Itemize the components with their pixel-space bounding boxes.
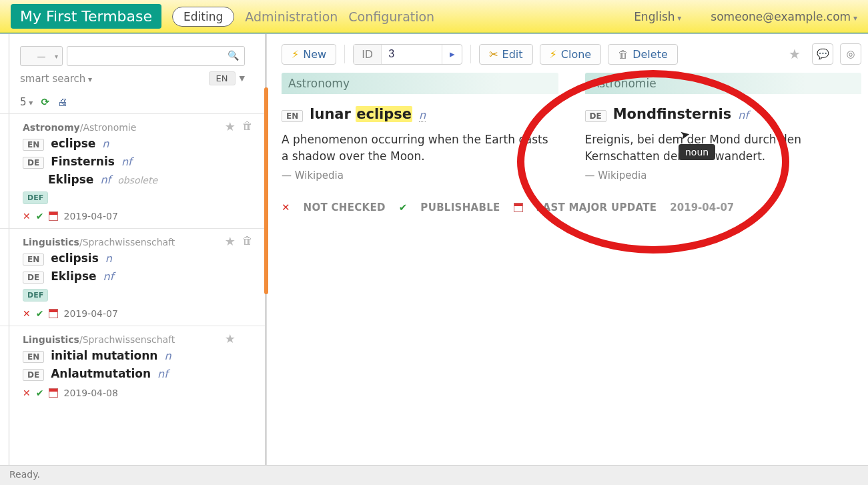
comment-button[interactable]: 💬 bbox=[812, 43, 833, 65]
print-icon[interactable]: 🖨 bbox=[57, 96, 67, 108]
result-count[interactable]: 5 bbox=[20, 96, 33, 108]
search-lang-select[interactable]: — bbox=[20, 46, 63, 66]
top-bar: My First Termbase Editing Administration… bbox=[0, 0, 868, 33]
list-item[interactable]: ★ Linguistics/Sprachwissenschaft ENiniti… bbox=[0, 326, 265, 405]
results-list: ★ 🗑 Astronomy/Astronomie ENeclipsenDEFin… bbox=[0, 113, 265, 465]
entry-date: 2019-04-07 bbox=[63, 211, 117, 221]
star-icon[interactable]: ★ bbox=[225, 234, 236, 248]
lang-badge: EN bbox=[23, 351, 44, 363]
id-field[interactable]: ID ▸ bbox=[353, 44, 462, 65]
trash-icon: 🗑 bbox=[618, 48, 628, 61]
list-item[interactable]: ★ 🗑 Linguistics/Sprachwissenschaft ENecl… bbox=[0, 228, 265, 326]
obsolete-tag: obsolete bbox=[117, 175, 157, 185]
domain-secondary: /Sprachwissenschaft bbox=[79, 237, 175, 248]
status-not-checked: NOT CHECKED bbox=[304, 201, 386, 213]
lightning-icon: ⚡ bbox=[292, 48, 299, 61]
domain-secondary: /Astronomie bbox=[80, 122, 137, 133]
search-icon[interactable]: 🔍 bbox=[228, 50, 239, 61]
definition-left: A phenomenon occurring when the Earth ca… bbox=[282, 131, 558, 164]
trash-icon[interactable]: 🗑 bbox=[242, 119, 253, 132]
entry-date: 2019-04-07 bbox=[63, 308, 117, 319]
list-item[interactable]: ★ 🗑 Astronomy/Astronomie ENeclipsenDEFin… bbox=[0, 113, 265, 228]
check-icon: ✔ bbox=[36, 308, 44, 319]
domain-secondary: /Sprachwissenschaft bbox=[79, 334, 175, 345]
grammar-tag: n bbox=[102, 137, 109, 150]
nav-configuration[interactable]: Configuration bbox=[348, 9, 434, 24]
grammar-tag: n bbox=[164, 350, 171, 362]
lang-badge: EN bbox=[23, 254, 44, 266]
check-icon: ✔ bbox=[36, 388, 44, 398]
term-text: eclipsis bbox=[51, 252, 99, 265]
grammar-tag: nf bbox=[100, 173, 111, 186]
x-icon: ✕ bbox=[23, 308, 31, 319]
calendar-icon bbox=[49, 211, 58, 221]
check-icon: ✔ bbox=[36, 211, 44, 221]
headword-right: Mondfinsternis bbox=[613, 106, 732, 122]
grammar-tag: nf bbox=[157, 368, 168, 380]
lang-badge: DE bbox=[23, 157, 44, 169]
edit-button[interactable]: ✂Edit bbox=[479, 44, 532, 65]
last-update-date: 2019-04-07 bbox=[670, 201, 734, 213]
lang-badge-en: EN bbox=[282, 110, 303, 122]
lang-badge: DE bbox=[23, 369, 44, 381]
target-button[interactable]: ◎ bbox=[840, 43, 861, 65]
grammar-tag: nf bbox=[103, 270, 114, 283]
lang-badge: DE bbox=[23, 272, 44, 284]
lang-badge-de: DE bbox=[585, 110, 606, 122]
last-update-label: LAST MAJOR UPDATE bbox=[536, 201, 657, 213]
mode-pill[interactable]: Editing bbox=[172, 7, 234, 27]
grammar-tag-right: nf bbox=[738, 109, 749, 121]
search-input[interactable]: 🔍 bbox=[67, 46, 245, 66]
lang-badge: EN bbox=[23, 139, 44, 151]
term-text: Eklipse bbox=[48, 173, 93, 186]
lightning-icon: ⚡ bbox=[550, 48, 557, 61]
definition-right: Ereignis, bei dem der Mond durch den Ker… bbox=[585, 131, 862, 164]
star-icon[interactable]: ★ bbox=[225, 119, 236, 133]
new-button[interactable]: ⚡New bbox=[282, 44, 336, 65]
clone-button[interactable]: ⚡Clone bbox=[540, 44, 602, 65]
x-icon: ✕ bbox=[282, 201, 290, 213]
scissors-icon: ✂ bbox=[489, 48, 498, 61]
calendar-icon bbox=[49, 309, 58, 318]
x-icon: ✕ bbox=[23, 211, 31, 221]
term-text: Eklipse bbox=[51, 270, 96, 283]
source-left: — Wikipedia bbox=[282, 169, 558, 181]
refresh-icon[interactable]: ⟳ bbox=[41, 96, 49, 108]
grammar-tag-left[interactable]: n bbox=[419, 109, 426, 122]
star-button[interactable]: ★ bbox=[784, 43, 805, 65]
domain-heading-left: Astronomy bbox=[282, 73, 558, 94]
delete-button[interactable]: 🗑Delete bbox=[608, 44, 678, 65]
status-row: ✕ NOT CHECKED ✔ PUBLISHABLE LAST MAJOR U… bbox=[282, 201, 861, 213]
nav-administration[interactable]: Administration bbox=[245, 9, 338, 24]
id-input[interactable] bbox=[382, 45, 442, 64]
detail-pane: ⚡New ID ▸ ✂Edit ⚡Clone 🗑Delete ★ 💬 ◎ Ast… bbox=[267, 34, 868, 465]
star-icon[interactable]: ★ bbox=[225, 332, 236, 346]
brand-badge[interactable]: My First Termbase bbox=[11, 4, 161, 29]
domain-heading-right: Astronomie bbox=[585, 73, 862, 94]
filter-lang-chip[interactable]: EN bbox=[209, 71, 236, 85]
language-dropdown[interactable]: English bbox=[634, 10, 681, 23]
calendar-icon bbox=[514, 203, 523, 212]
id-go-icon[interactable]: ▸ bbox=[442, 45, 462, 64]
calendar-icon bbox=[49, 388, 58, 398]
source-right: — Wikipedia bbox=[585, 169, 862, 181]
id-label: ID bbox=[354, 45, 382, 64]
domain-primary: Astronomy bbox=[23, 122, 80, 133]
user-menu[interactable]: someone@example.com bbox=[711, 10, 857, 23]
tooltip: noun bbox=[679, 144, 715, 160]
def-badge: DEF bbox=[23, 191, 48, 204]
def-badge: DEF bbox=[23, 289, 48, 302]
filter-caret-icon[interactable]: ▼ bbox=[240, 74, 245, 83]
status-bar: Ready. bbox=[0, 465, 868, 485]
trash-icon[interactable]: 🗑 bbox=[242, 234, 253, 247]
check-icon: ✔ bbox=[399, 201, 408, 213]
detail-toolbar: ⚡New ID ▸ ✂Edit ⚡Clone 🗑Delete ★ 💬 ◎ bbox=[282, 39, 861, 73]
entry-date: 2019-04-08 bbox=[63, 388, 117, 398]
term-text: eclipse bbox=[51, 137, 95, 150]
sidebar: — 🔍 smart search EN ▼ 5 ⟳ 🖨 ★ 🗑 Astronom… bbox=[0, 34, 266, 465]
domain-primary: Linguistics bbox=[23, 237, 79, 248]
smart-search-toggle[interactable]: smart search bbox=[20, 73, 92, 85]
x-icon: ✕ bbox=[23, 388, 31, 398]
status-publishable: PUBLISHABLE bbox=[420, 201, 500, 213]
grammar-tag: nf bbox=[121, 155, 132, 168]
